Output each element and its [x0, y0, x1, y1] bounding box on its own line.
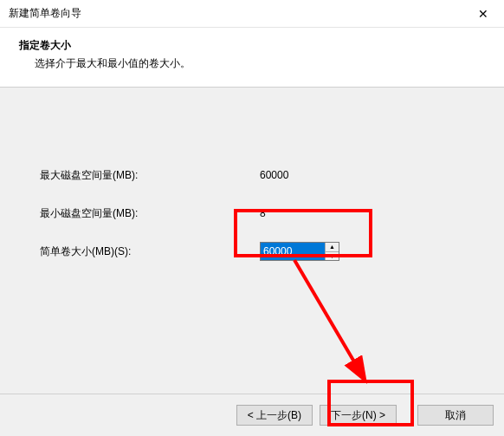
volume-size-label: 简单卷大小(MB)(S):	[40, 244, 260, 259]
wizard-header: 指定卷大小 选择介于最大和最小值的卷大小。	[0, 28, 504, 88]
back-button[interactable]: < 上一步(B)	[236, 405, 313, 426]
volume-size-input[interactable]	[261, 243, 325, 260]
page-description: 选择介于最大和最小值的卷大小。	[19, 56, 495, 71]
titlebar: 新建简单卷向导 ✕	[0, 0, 504, 28]
close-button[interactable]: ✕	[466, 2, 501, 26]
spinner-buttons: ▲ ▼	[325, 243, 339, 260]
max-space-label: 最大磁盘空间量(MB):	[40, 168, 260, 183]
spinner-down-button[interactable]: ▼	[326, 252, 339, 261]
cancel-button[interactable]: 取消	[417, 405, 494, 426]
volume-size-spinner[interactable]: ▲ ▼	[260, 242, 339, 261]
close-icon: ✕	[478, 7, 488, 21]
min-space-row: 最小磁盘空间量(MB): 8	[40, 202, 504, 225]
max-space-row: 最大磁盘空间量(MB): 60000	[40, 164, 504, 186]
next-button[interactable]: 下一步(N) >	[320, 405, 397, 426]
chevron-up-icon: ▲	[329, 244, 335, 250]
wizard-footer: < 上一步(B) 下一步(N) > 取消	[0, 394, 504, 436]
min-space-label: 最小磁盘空间量(MB):	[40, 206, 260, 221]
content-area: 最大磁盘空间量(MB): 60000 最小磁盘空间量(MB): 8 简单卷大小(…	[0, 88, 504, 398]
volume-size-row: 简单卷大小(MB)(S): ▲ ▼	[40, 240, 504, 263]
window-title: 新建简单卷向导	[9, 6, 81, 21]
spinner-up-button[interactable]: ▲	[326, 243, 339, 252]
max-space-value: 60000	[260, 169, 288, 181]
min-space-value: 8	[260, 207, 266, 219]
page-title: 指定卷大小	[19, 38, 495, 53]
chevron-down-icon: ▼	[329, 253, 335, 259]
